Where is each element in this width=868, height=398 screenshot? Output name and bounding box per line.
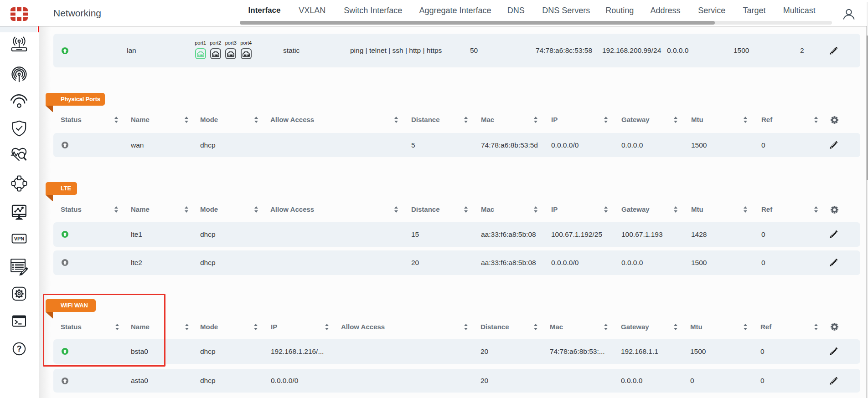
svg-text:VPN: VPN — [14, 236, 25, 241]
svg-text:?: ? — [17, 344, 22, 353]
